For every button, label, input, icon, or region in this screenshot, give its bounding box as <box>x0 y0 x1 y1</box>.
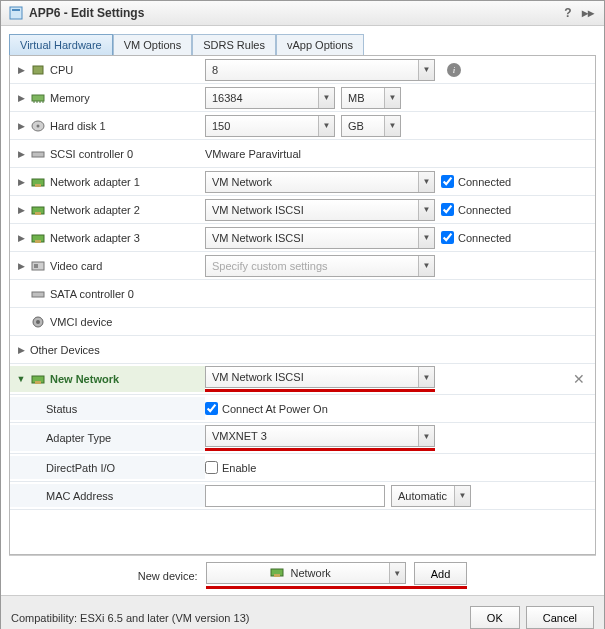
row-nic1: ▶ Network adapter 1 VM Network▼ Connecte… <box>10 168 595 196</box>
ok-button[interactable]: OK <box>470 606 520 629</box>
cpu-select[interactable]: 8▼ <box>205 59 435 81</box>
nic1-connected-checkbox[interactable]: Connected <box>441 175 511 188</box>
row-cpu: ▶ CPU 8▼ i <box>10 56 595 84</box>
video-icon <box>30 259 46 273</box>
svg-rect-19 <box>32 292 44 297</box>
nic3-network-select[interactable]: VM Network ISCSI▼ <box>205 227 435 249</box>
svg-rect-3 <box>32 95 44 101</box>
dpio-enable-checkbox[interactable]: Enable <box>205 461 256 474</box>
video-select[interactable]: Specify custom settings▼ <box>205 255 435 277</box>
expand-toggle[interactable]: ▶ <box>16 65 26 75</box>
nic3-label: Network adapter 3 <box>50 232 140 244</box>
sata-label: SATA controller 0 <box>50 288 134 300</box>
expand-toggle[interactable]: ▶ <box>16 345 26 355</box>
svg-rect-0 <box>10 7 22 19</box>
tab-vm-options[interactable]: VM Options <box>113 34 192 55</box>
cpu-icon <box>30 63 46 77</box>
other-label: Other Devices <box>30 344 100 356</box>
cancel-button[interactable]: Cancel <box>526 606 594 629</box>
nic-icon <box>30 203 46 217</box>
tab-vapp-options[interactable]: vApp Options <box>276 34 364 55</box>
sata-icon <box>30 287 46 301</box>
row-memory: ▶ Memory 16384▼ MB▼ <box>10 84 595 112</box>
row-new-network-adapter: Adapter Type VMXNET 3▼ <box>10 423 595 454</box>
svg-point-9 <box>37 124 40 127</box>
svg-rect-2 <box>33 66 43 74</box>
row-nic2: ▶ Network adapter 2 VM Network ISCSI▼ Co… <box>10 196 595 224</box>
vmci-label: VMCI device <box>50 316 112 328</box>
expand-toggle[interactable]: ▶ <box>16 121 26 131</box>
row-video: ▶ Video card Specify custom settings▼ <box>10 252 595 280</box>
nic2-network-select[interactable]: VM Network ISCSI▼ <box>205 199 435 221</box>
nic2-connected-checkbox[interactable]: Connected <box>441 203 511 216</box>
compatibility-text: Compatibility: ESXi 6.5 and later (VM ve… <box>11 612 249 624</box>
info-icon[interactable]: i <box>447 63 461 77</box>
connect-at-poweron-checkbox[interactable]: Connect At Power On <box>205 402 328 415</box>
chevron-down-icon: ▼ <box>389 563 405 583</box>
edit-settings-dialog: APP6 - Edit Settings ? ▸▸ Virtual Hardwa… <box>0 0 605 629</box>
vmci-icon <box>30 315 46 329</box>
dialog-title: APP6 - Edit Settings <box>29 6 144 20</box>
memory-icon <box>30 91 46 105</box>
expand-toggle[interactable]: ▶ <box>16 149 26 159</box>
nic-icon <box>30 175 46 189</box>
new-device-bar: New device: Network ▼ Add <box>9 555 596 595</box>
app-icon <box>9 6 23 20</box>
scsi-label: SCSI controller 0 <box>50 148 133 160</box>
nic-icon <box>269 567 285 579</box>
svg-rect-18 <box>34 264 38 268</box>
svg-point-21 <box>36 320 40 324</box>
expand-icon[interactable]: ▸▸ <box>580 6 596 20</box>
chevron-down-icon: ▼ <box>318 116 334 136</box>
collapse-toggle[interactable]: ▼ <box>16 374 26 384</box>
row-new-network: ▼ New Network VM Network ISCSI▼ ✕ <box>10 364 595 395</box>
tab-virtual-hardware[interactable]: Virtual Hardware <box>9 34 113 55</box>
dpio-label: DirectPath I/O <box>46 462 115 474</box>
nic3-connected-checkbox[interactable]: Connected <box>441 231 511 244</box>
chevron-down-icon: ▼ <box>418 228 434 248</box>
chevron-down-icon: ▼ <box>418 426 434 446</box>
expand-toggle[interactable]: ▶ <box>16 233 26 243</box>
cpu-label: CPU <box>50 64 73 76</box>
row-new-network-dpio: DirectPath I/O Enable <box>10 454 595 482</box>
hdd-value-select[interactable]: 150▼ <box>205 115 335 137</box>
row-sata0: SATA controller 0 <box>10 280 595 308</box>
mac-label: MAC Address <box>46 490 113 502</box>
nic-icon <box>30 372 46 386</box>
memory-value-select[interactable]: 16384▼ <box>205 87 335 109</box>
chevron-down-icon: ▼ <box>384 116 400 136</box>
svg-rect-1 <box>12 9 20 11</box>
chevron-down-icon: ▼ <box>418 200 434 220</box>
chevron-down-icon: ▼ <box>418 60 434 80</box>
remove-icon[interactable]: ✕ <box>573 372 585 386</box>
row-new-network-mac: MAC Address Automatic▼ <box>10 482 595 510</box>
row-vmci: VMCI device <box>10 308 595 336</box>
row-nic3: ▶ Network adapter 3 VM Network ISCSI▼ Co… <box>10 224 595 252</box>
row-hdd1: ▶ Hard disk 1 150▼ GB▼ <box>10 112 595 140</box>
chevron-down-icon: ▼ <box>418 172 434 192</box>
adapter-type-select[interactable]: VMXNET 3▼ <box>205 425 435 447</box>
chevron-down-icon: ▼ <box>384 88 400 108</box>
expand-toggle[interactable]: ▶ <box>16 261 26 271</box>
add-button[interactable]: Add <box>414 562 468 585</box>
scsi-icon <box>30 147 46 161</box>
svg-rect-14 <box>35 212 41 215</box>
row-scsi0: ▶ SCSI controller 0 VMware Paravirtual <box>10 140 595 168</box>
new-device-label: New device: <box>138 570 198 582</box>
mac-address-input[interactable] <box>205 485 385 507</box>
help-icon[interactable]: ? <box>560 6 576 20</box>
expand-toggle[interactable]: ▶ <box>16 93 26 103</box>
new-device-select[interactable]: Network ▼ <box>206 562 406 584</box>
expand-toggle[interactable]: ▶ <box>16 205 26 215</box>
svg-rect-16 <box>35 240 41 243</box>
disk-icon <box>30 119 46 133</box>
memory-unit-select[interactable]: MB▼ <box>341 87 401 109</box>
tab-sdrs-rules[interactable]: SDRS Rules <box>192 34 276 55</box>
mac-mode-select[interactable]: Automatic▼ <box>391 485 471 507</box>
expand-toggle[interactable]: ▶ <box>16 177 26 187</box>
svg-rect-10 <box>32 152 44 157</box>
nic1-network-select[interactable]: VM Network▼ <box>205 171 435 193</box>
new-network-select[interactable]: VM Network ISCSI▼ <box>205 366 435 388</box>
hdd-unit-select[interactable]: GB▼ <box>341 115 401 137</box>
adapter-type-label: Adapter Type <box>46 432 111 444</box>
